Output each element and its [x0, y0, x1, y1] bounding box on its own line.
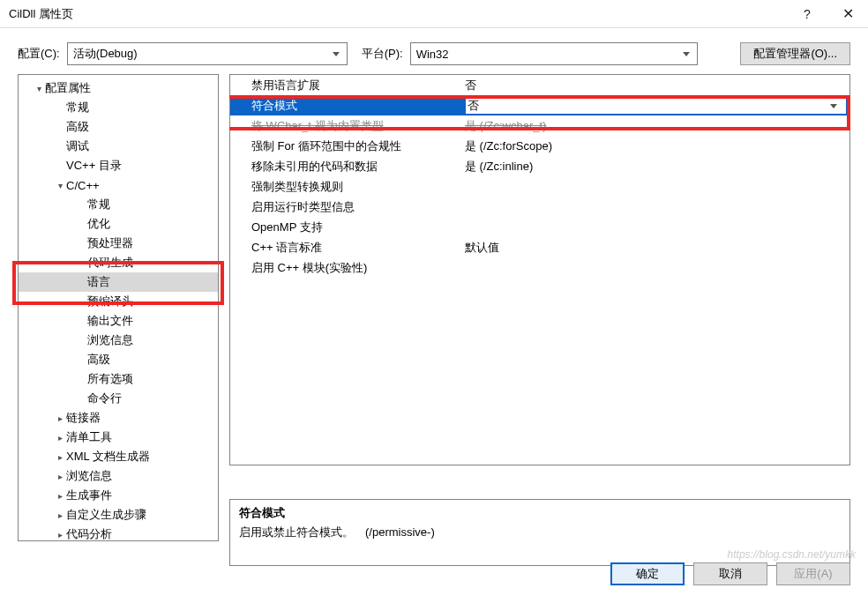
property-value[interactable]: 否 [465, 96, 847, 115]
property-row[interactable]: 强制类型转换规则 [230, 176, 849, 197]
tree-node[interactable]: 输出文件 [19, 311, 218, 331]
ok-button[interactable]: 确定 [610, 562, 685, 585]
tree-node-label: 调试 [66, 138, 89, 154]
property-value[interactable]: 是 (/Zc:forScope) [465, 138, 849, 154]
config-manager-button[interactable]: 配置管理器(O)... [740, 42, 850, 65]
property-row[interactable]: 符合模式否 [230, 95, 849, 115]
config-combo[interactable]: 活动(Debug) [67, 42, 348, 65]
property-value[interactable]: 是 (/Zc:inline) [465, 159, 849, 175]
tree-node-label: 清单工具 [66, 429, 112, 445]
tree-node-label: 配置属性 [45, 80, 91, 96]
expander-closed-icon[interactable]: ▸ [54, 530, 66, 540]
tree-node-label: 输出文件 [87, 313, 133, 329]
tree-node[interactable]: ▾C/C++ [19, 175, 218, 195]
tree-node[interactable]: 常规 [19, 98, 218, 117]
tree-node-label: 浏览信息 [87, 332, 133, 348]
property-label: C++ 语言标准 [230, 240, 465, 256]
tree-node-label: 高级 [66, 119, 89, 135]
tree-node[interactable]: ▸XML 文档生成器 [19, 447, 218, 466]
tree-node[interactable]: 常规 [19, 195, 218, 214]
property-label: OpenMP 支持 [230, 220, 465, 235]
tree-node-label: XML 文档生成器 [66, 449, 150, 465]
expander-open-icon[interactable]: ▾ [33, 84, 45, 93]
property-value[interactable]: 否 [465, 78, 849, 93]
tree-node-label: 常规 [87, 197, 110, 212]
property-label: 符合模式 [230, 98, 465, 114]
tree-node[interactable]: 调试 [19, 137, 218, 156]
tree-node-label: 预编译头 [87, 294, 133, 309]
expander-closed-icon[interactable]: ▸ [54, 472, 66, 481]
tree-node-label: 预处理器 [87, 235, 133, 251]
config-value: 活动(Debug) [73, 46, 138, 62]
expander-open-icon[interactable]: ▾ [54, 181, 66, 190]
tree-node[interactable]: 高级 [19, 117, 218, 137]
config-label: 配置(C): [18, 46, 60, 62]
apply-button[interactable]: 应用(A) [776, 562, 850, 585]
tree-node-label: 生成事件 [66, 488, 112, 503]
property-label: 禁用语言扩展 [230, 78, 465, 93]
tree-node[interactable]: 高级 [19, 350, 218, 369]
platform-value: Win32 [416, 48, 449, 61]
property-label: 启用 C++ 模块(实验性) [230, 260, 465, 276]
tree-node[interactable]: 代码生成 [19, 253, 218, 272]
tree-node-label: 自定义生成步骤 [66, 507, 146, 523]
property-row[interactable]: 移除未引用的代码和数据是 (/Zc:inline) [230, 156, 849, 176]
property-row[interactable]: 启用 C++ 模块(实验性) [230, 257, 849, 278]
property-row[interactable]: 将 WChar_t 视为内置类型是 (/Zc:wchar_t) [230, 115, 849, 136]
property-value[interactable]: 默认值 [465, 240, 849, 256]
property-row[interactable]: 强制 For 循环范围中的合规性是 (/Zc:forScope) [230, 136, 849, 156]
tree-node-label: VC++ 目录 [66, 158, 122, 174]
titlebar: CilDll 属性页 ? ✕ [0, 0, 868, 28]
property-grid[interactable]: 禁用语言扩展否符合模式否将 WChar_t 视为内置类型是 (/Zc:wchar… [229, 74, 850, 465]
tree-node[interactable]: 命令行 [19, 389, 218, 408]
platform-label: 平台(P): [362, 46, 403, 62]
property-row[interactable]: OpenMP 支持 [230, 217, 849, 237]
tree-node-label: 常规 [66, 100, 89, 115]
nav-tree[interactable]: ▾配置属性常规高级调试VC++ 目录▾C/C++常规优化预处理器代码生成语言预编… [18, 74, 219, 541]
property-row[interactable]: 禁用语言扩展否 [230, 75, 849, 95]
description-title: 符合模式 [239, 505, 841, 521]
tree-node[interactable]: ▸链接器 [19, 408, 218, 428]
tree-node-label: 浏览信息 [66, 468, 112, 484]
tree-node[interactable]: 浏览信息 [19, 331, 218, 350]
tree-node[interactable]: ▸代码分析 [19, 525, 218, 541]
property-label: 强制 For 循环范围中的合规性 [230, 138, 465, 154]
tree-node-label: 语言 [87, 274, 110, 290]
tree-node[interactable]: ▸浏览信息 [19, 466, 218, 486]
property-label: 启用运行时类型信息 [230, 199, 465, 215]
description-body: 启用或禁止符合模式。 (/permissive-) [239, 525, 841, 540]
tree-node-label: 代码分析 [66, 526, 112, 541]
tree-node[interactable]: ▸清单工具 [19, 428, 218, 447]
cancel-button[interactable]: 取消 [693, 562, 767, 585]
expander-closed-icon[interactable]: ▸ [54, 491, 66, 501]
tree-node-label: 链接器 [66, 410, 101, 426]
expander-closed-icon[interactable]: ▸ [54, 433, 66, 443]
tree-node[interactable]: ▸生成事件 [19, 486, 218, 505]
tree-node-label: 所有选项 [87, 371, 133, 387]
platform-combo[interactable]: Win32 [410, 42, 698, 65]
toolbar: 配置(C): 活动(Debug) 平台(P): Win32 配置管理器(O)..… [0, 28, 868, 74]
tree-node[interactable]: VC++ 目录 [19, 156, 218, 175]
tree-node[interactable]: 语言 [19, 272, 218, 292]
tree-node-label: 代码生成 [87, 255, 133, 271]
tree-node-label: 优化 [87, 216, 110, 232]
expander-closed-icon[interactable]: ▸ [54, 413, 66, 423]
tree-node[interactable]: 所有选项 [19, 369, 218, 389]
property-row[interactable]: 启用运行时类型信息 [230, 197, 849, 217]
tree-node[interactable]: 优化 [19, 214, 218, 234]
close-button[interactable]: ✕ [827, 1, 868, 27]
property-row[interactable]: C++ 语言标准默认值 [230, 237, 849, 257]
window-title: CilDll 属性页 [9, 6, 787, 22]
expander-closed-icon[interactable]: ▸ [54, 510, 66, 520]
tree-node-label: C/C++ [66, 179, 100, 192]
property-value[interactable]: 是 (/Zc:wchar_t) [465, 118, 849, 134]
property-label: 强制类型转换规则 [230, 179, 465, 195]
expander-closed-icon[interactable]: ▸ [54, 452, 66, 462]
help-button[interactable]: ? [787, 1, 827, 27]
tree-node-label: 命令行 [87, 391, 122, 406]
tree-node[interactable]: ▸自定义生成步骤 [19, 505, 218, 525]
tree-node[interactable]: 预编译头 [19, 292, 218, 311]
tree-node[interactable]: 预处理器 [19, 234, 218, 253]
property-label: 将 WChar_t 视为内置类型 [230, 118, 465, 134]
tree-node[interactable]: ▾配置属性 [19, 78, 218, 98]
